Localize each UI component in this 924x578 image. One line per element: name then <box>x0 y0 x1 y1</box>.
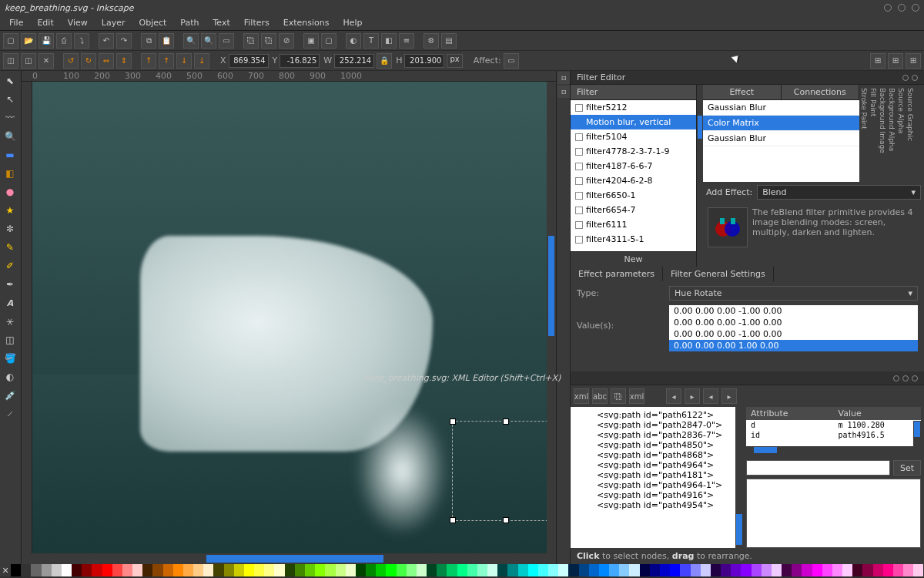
swatch[interactable] <box>244 564 254 576</box>
swatch[interactable] <box>407 564 417 576</box>
lower-button[interactable]: ↓ <box>176 53 192 69</box>
zoom-tool[interactable]: 🔍 <box>2 128 18 145</box>
swatch[interactable] <box>893 564 903 576</box>
fill-stroke-button[interactable]: ◐ <box>346 33 361 49</box>
selector-tool[interactable]: ⬉ <box>2 72 18 89</box>
swatch[interactable] <box>264 564 274 576</box>
deselect-button[interactable]: ✕ <box>38 53 54 69</box>
effect-item[interactable]: Gaussian Blur <box>703 131 859 146</box>
swatch[interactable] <box>274 564 284 576</box>
y-input[interactable] <box>280 54 320 68</box>
swatch[interactable] <box>721 564 731 576</box>
prefs-button[interactable]: ⚙ <box>424 33 439 49</box>
menu-help[interactable]: Help <box>336 16 368 29</box>
filter-item[interactable]: filter4204-6-2-8 <box>571 173 696 188</box>
swatch[interactable] <box>457 564 467 576</box>
swatch[interactable] <box>528 564 538 576</box>
ungroup-button[interactable]: ▢ <box>321 33 336 49</box>
swatch[interactable] <box>467 564 477 576</box>
xml-next-button[interactable]: ▸ <box>685 388 700 404</box>
docprops-button[interactable]: ▤ <box>441 33 457 49</box>
swatch[interactable] <box>507 564 517 576</box>
filter-checkbox[interactable] <box>575 207 583 214</box>
text-button[interactable]: T <box>363 33 379 49</box>
xml-prev-button[interactable]: ◂ <box>666 388 681 404</box>
swatch[interactable] <box>852 564 862 576</box>
swatch[interactable] <box>295 564 305 576</box>
effect-parameters-tab[interactable]: Effect parameters <box>571 267 663 281</box>
new-doc-button[interactable]: ▢ <box>3 33 18 49</box>
swatch[interactable] <box>497 564 507 576</box>
xml-node[interactable]: <svg:path id="path4964"> <box>574 460 732 470</box>
palette-none[interactable]: ✕ <box>0 564 11 576</box>
swatch[interactable] <box>82 564 92 576</box>
color-palette[interactable]: ✕ <box>0 564 924 576</box>
unit-select[interactable]: px <box>447 54 462 68</box>
text-tool[interactable]: A <box>2 294 18 311</box>
3dbox-tool[interactable]: ◧ <box>2 165 18 182</box>
swatch[interactable] <box>42 564 52 576</box>
source-label[interactable]: Source Alpha <box>896 85 906 182</box>
flip-v-button[interactable]: ⇕ <box>116 53 132 69</box>
swatch[interactable] <box>670 564 680 576</box>
xml-node[interactable]: <svg:path id="path2836-7"> <box>574 430 732 440</box>
xml-attr-name-input[interactable] <box>746 460 890 476</box>
xml-duplicate-button[interactable]: ⿻ <box>611 388 626 404</box>
align-button[interactable]: ≡ <box>399 33 414 49</box>
swatch[interactable] <box>31 564 41 576</box>
swatch[interactable] <box>427 564 437 576</box>
swatch[interactable] <box>609 564 619 576</box>
filter-checkbox[interactable] <box>575 104 583 112</box>
filter-item[interactable]: filter4187-6-6-7 <box>571 159 696 173</box>
xml-button[interactable]: ◧ <box>381 33 397 49</box>
swatch[interactable] <box>812 564 822 576</box>
fill-tool[interactable]: 🪣 <box>2 350 18 367</box>
swatch[interactable] <box>142 564 152 576</box>
lower-bottom-button[interactable]: ⤓ <box>194 53 209 69</box>
xml-delete-button[interactable]: xml <box>629 388 644 404</box>
star-tool[interactable]: ★ <box>2 202 18 219</box>
snap-toggle-1[interactable]: ⊞ <box>870 53 886 69</box>
unlink-button[interactable]: ⊘ <box>279 33 294 49</box>
xml-indent-button[interactable]: ▸ <box>721 388 737 404</box>
swatch[interactable] <box>752 564 762 576</box>
canvas-scrollbar-v[interactable] <box>547 82 556 553</box>
copy-button[interactable]: ⧉ <box>141 33 156 49</box>
lock-icon[interactable]: 🔒 <box>377 53 392 69</box>
xml-tree[interactable]: <svg:path id="path6122"><svg:path id="pa… <box>571 407 735 548</box>
import-button[interactable]: ⤵ <box>74 33 89 49</box>
swatch[interactable] <box>782 564 792 576</box>
xml-new-node-button[interactable]: xml <box>574 388 589 404</box>
close-button[interactable] <box>912 4 919 12</box>
swatch[interactable] <box>234 564 244 576</box>
zoom-draw-button[interactable]: 🔍 <box>201 33 216 49</box>
menu-path[interactable]: Path <box>174 16 205 29</box>
menu-file[interactable]: File <box>3 16 29 29</box>
selection-box[interactable] <box>452 421 547 521</box>
swatch[interactable] <box>437 564 447 576</box>
panel-min-button[interactable] <box>893 375 899 381</box>
clone-button[interactable]: ⿻ <box>261 33 276 49</box>
xml-node[interactable]: <svg:path id="path4916"> <box>574 490 732 500</box>
swatch[interactable] <box>629 564 639 576</box>
effect-list[interactable]: Gaussian BlurColor MatrixGaussian Blur <box>703 100 859 182</box>
select-all-button[interactable]: ◫ <box>3 53 18 69</box>
filter-item[interactable]: filter6654-7 <box>571 203 696 217</box>
xml-attr-value-textarea[interactable] <box>746 479 921 548</box>
swatch[interactable] <box>558 564 568 576</box>
snap-button[interactable]: ⊡ <box>557 72 570 84</box>
xml-attrs-scrollbar[interactable] <box>913 421 921 447</box>
filter-checkbox[interactable] <box>575 192 583 200</box>
filter-item[interactable]: filter4311-5-1 <box>571 232 696 247</box>
xml-tree-scrollbar[interactable] <box>735 407 743 548</box>
swatch[interactable] <box>518 564 528 576</box>
gradient-tool[interactable]: ◐ <box>2 368 18 385</box>
new-filter-button[interactable]: New <box>571 251 696 267</box>
zoom-sel-button[interactable]: 🔍 <box>183 33 199 49</box>
swatch[interactable] <box>376 564 386 576</box>
filter-item[interactable]: filter5212 <box>571 100 696 115</box>
swatch[interactable] <box>62 564 72 576</box>
filter-item[interactable]: filter6650-1 <box>571 188 696 203</box>
panel-close-button[interactable] <box>912 75 918 81</box>
maximize-button[interactable] <box>898 4 906 12</box>
